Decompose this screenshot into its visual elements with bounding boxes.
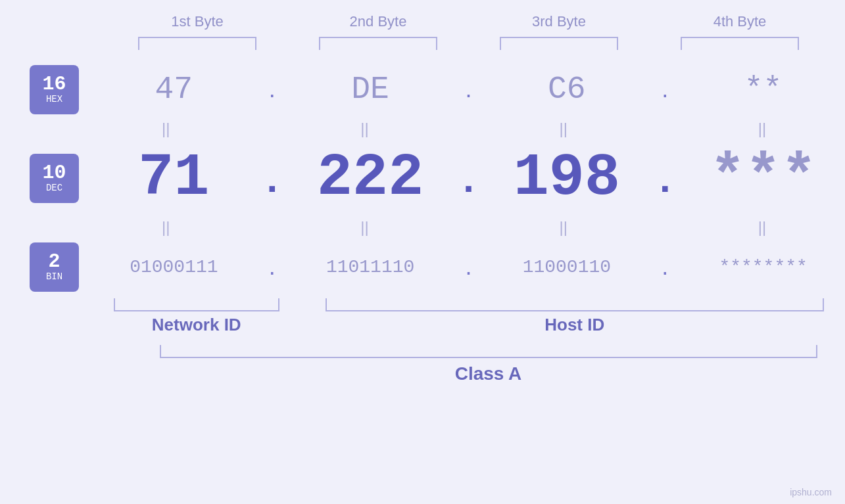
dec-value-1: 71: [138, 145, 209, 212]
equals-8: ||: [679, 218, 845, 237]
dec-value-3: 198: [514, 145, 620, 212]
equals-row-1: || || || ||: [83, 116, 845, 142]
byte1-label: 1st Byte: [107, 13, 288, 30]
bracket1: [107, 37, 288, 50]
hex-row-wrapper: 16 HEX 47 . DE . C6 . **: [0, 63, 845, 116]
bracket-line-2: [319, 37, 437, 50]
bin-dot3: .: [648, 253, 681, 281]
watermark: ipshu.com: [790, 487, 832, 497]
hex-dot2: .: [452, 76, 485, 103]
hex-data-row: 47 . DE . C6 . **: [92, 63, 845, 116]
bin-base-name: BIN: [46, 271, 62, 282]
class-section: Class A: [160, 345, 817, 384]
equals-row-2-wrapper: || || || ||: [0, 214, 845, 241]
hex-value-2: DE: [351, 72, 389, 107]
bin-dot1: .: [256, 253, 289, 281]
dec-dot1: .: [256, 156, 289, 201]
hex-dot1: .: [256, 76, 289, 103]
bracket2: [288, 37, 469, 50]
hex-badge: 16 HEX: [30, 65, 79, 114]
hex-label-col: 16 HEX: [0, 65, 92, 114]
bin-ip-row: 01000111 . 11011110 . 11000110 . *******…: [92, 241, 845, 293]
network-id-label: Network ID: [114, 315, 280, 335]
equals-7: ||: [481, 218, 646, 237]
hex-byte4: **: [681, 72, 845, 107]
equals-2: ||: [281, 120, 447, 138]
class-bracket-line: [160, 345, 817, 358]
bottom-dot-spacer: [286, 298, 319, 335]
bin-value-3: 11000110: [523, 257, 611, 277]
bin-row-wrapper: 2 BIN 01000111 . 11011110 . 11000110 . *…: [0, 241, 845, 293]
dec-ip-row: 71 . 222 . 198 . ***: [92, 142, 845, 214]
header-row: 1st Byte 2nd Byte 3rd Byte 4th Byte: [107, 13, 831, 30]
dec-byte4: ***: [681, 149, 845, 208]
network-bracket-line: [114, 298, 280, 311]
byte4-label: 4th Byte: [650, 13, 831, 30]
dec-base-number: 10: [42, 163, 66, 183]
dec-byte2: 222: [289, 149, 452, 208]
equals-1: ||: [83, 120, 249, 138]
bin-byte1: 01000111: [92, 257, 256, 277]
bin-dot2: .: [452, 253, 485, 281]
hex-base-number: 16: [42, 74, 66, 94]
bracket-line-4: [681, 37, 799, 50]
hex-value-4: **: [744, 72, 783, 107]
host-id-label: Host ID: [326, 315, 824, 335]
bin-badge: 2 BIN: [30, 242, 79, 292]
bracket4: [650, 37, 831, 50]
equals-row-2: || || || ||: [83, 214, 845, 241]
host-id-bracket-area: Host ID: [319, 298, 831, 335]
hex-byte2: DE: [289, 72, 452, 107]
equals-row-1-wrapper: || || || ||: [0, 116, 845, 142]
dec-dot3: .: [648, 156, 681, 201]
hex-dot3: .: [648, 76, 681, 103]
bracket-line-1: [138, 37, 256, 50]
dec-base-name: DEC: [46, 183, 62, 193]
top-brackets: [107, 37, 831, 50]
hex-value-3: C6: [548, 72, 586, 107]
bin-data-row: 01000111 . 11011110 . 11000110 . *******…: [92, 241, 845, 293]
equals-6: ||: [281, 218, 447, 237]
host-bracket-line: [326, 298, 824, 311]
dec-row-wrapper: 10 DEC 71 . 222 . 198 . ***: [0, 142, 845, 214]
bracket-line-3: [500, 37, 618, 50]
main-container: 1st Byte 2nd Byte 3rd Byte 4th Byte 16 H…: [0, 0, 845, 504]
hex-byte1: 47: [92, 72, 256, 107]
equals-5: ||: [83, 218, 249, 237]
byte3-label: 3rd Byte: [469, 13, 650, 30]
bin-byte3: 11000110: [485, 257, 649, 277]
hex-ip-row: 47 . DE . C6 . **: [92, 63, 845, 116]
dec-value-2: 222: [317, 145, 423, 212]
dec-dot2: .: [452, 156, 485, 201]
equals-3: ||: [481, 120, 646, 138]
equals-4: ||: [679, 120, 845, 138]
class-label: Class A: [160, 363, 817, 384]
bin-byte4: ********: [681, 257, 845, 277]
hex-byte3: C6: [485, 72, 649, 107]
bracket3: [469, 37, 650, 50]
bottom-brackets-wrapper: Network ID Host ID: [107, 298, 831, 335]
bin-value-2: 11011110: [326, 257, 414, 277]
dec-badge: 10 DEC: [30, 154, 79, 203]
byte2-label: 2nd Byte: [288, 13, 469, 30]
dec-byte1: 71: [92, 149, 256, 208]
hex-value-1: 47: [155, 72, 193, 107]
bin-base-number: 2: [48, 252, 60, 271]
bin-value-1: 01000111: [130, 257, 218, 277]
dec-label-col: 10 DEC: [0, 154, 92, 203]
bin-value-4: ********: [719, 257, 807, 277]
dec-byte3: 198: [485, 149, 649, 208]
hex-base-name: HEX: [46, 94, 62, 104]
bin-label-col: 2 BIN: [0, 242, 92, 292]
network-id-bracket-area: Network ID: [107, 298, 287, 335]
dec-data-row: 71 . 222 . 198 . ***: [92, 142, 845, 214]
bin-byte2: 11011110: [289, 257, 452, 277]
dec-value-4: ***: [710, 145, 817, 212]
